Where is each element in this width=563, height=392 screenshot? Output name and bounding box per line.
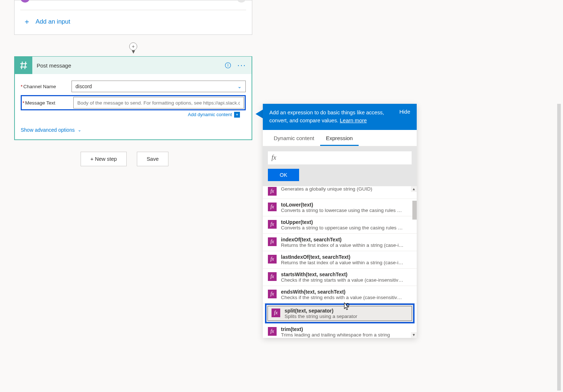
function-item[interactable]: fxlastIndexOf(text, searchText)Returns t…	[263, 251, 417, 269]
fx-badge-icon: fx	[272, 309, 280, 317]
chevron-down-icon: ⌄	[78, 127, 81, 132]
function-name: toUpper(text)	[281, 219, 412, 225]
function-name: toLower(text)	[281, 202, 412, 208]
add-dynamic-content-link[interactable]: Add dynamic content +	[21, 110, 246, 118]
function-item[interactable]: fxtoLower(text)Converts a string to lowe…	[263, 199, 417, 216]
learn-more-link[interactable]: Learn more	[340, 118, 367, 123]
channel-label: Channel Name	[23, 84, 56, 89]
function-description: Generates a globally unique string (GUID…	[281, 186, 404, 192]
function-item[interactable]: fxtoUpper(text)Converts a string to uppe…	[263, 216, 417, 234]
scrollbar-thumb[interactable]	[412, 201, 417, 220]
action-header[interactable]: Post message ···	[15, 57, 252, 74]
plus-badge-icon: +	[234, 112, 240, 118]
function-description: Checks if the string ends with a value (…	[281, 295, 404, 300]
expression-input-area: fx OK	[263, 146, 417, 186]
fx-badge-icon: fx	[268, 290, 277, 298]
ellipsis-icon[interactable]: ···	[237, 61, 246, 70]
field-channel-name: *Channel Name discord ⌄	[21, 81, 246, 92]
trigger-step-icon	[20, 0, 30, 3]
fx-badge-icon: fx	[268, 272, 277, 281]
function-item[interactable]: fxendsWith(text, searchText)Checks if th…	[263, 286, 417, 303]
fx-badge-icon: fx	[268, 237, 277, 246]
fx-badge-icon: fx	[268, 187, 277, 196]
expression-panel: Add an expression to do basic things lik…	[263, 104, 417, 338]
function-name: startsWith(text, searchText)	[281, 271, 412, 277]
scroll-down-button[interactable]: ▼	[411, 332, 417, 338]
function-name: trim(text)	[281, 326, 412, 332]
function-name: lastIndexOf(text, searchText)	[281, 254, 412, 260]
plus-icon: ＋	[23, 17, 30, 26]
function-item[interactable]: fxGenerates a globally unique string (GU…	[263, 186, 417, 199]
function-item[interactable]: fxstartsWith(text, searchText)Checks if …	[263, 269, 417, 286]
function-name: endsWith(text, searchText)	[281, 289, 412, 295]
page-scrollbar[interactable]	[557, 104, 561, 391]
expression-function-list[interactable]: fxGenerates a globally unique string (GU…	[263, 186, 417, 338]
callout-beak	[256, 110, 263, 118]
selected-function-frame: fxsplit(text, separator)Splits the strin…	[265, 303, 415, 323]
footer-buttons: + New step Save	[81, 152, 168, 166]
channel-value: discord	[76, 83, 92, 89]
fx-badge-icon: fx	[268, 220, 277, 229]
action-card-post-message: Post message ··· *Channel Name discord ⌄…	[14, 56, 252, 140]
slack-hash-icon	[15, 57, 32, 74]
fx-badge-icon: fx	[268, 203, 277, 211]
flow-connector: + ▾	[130, 42, 137, 53]
function-name: indexOf(text, searchText)	[281, 237, 412, 242]
function-description: Converts a string to lowercase using the…	[281, 208, 404, 213]
expression-panel-header: Add an expression to do basic things lik…	[263, 104, 417, 130]
new-step-button[interactable]: + New step	[81, 152, 127, 166]
show-advanced-toggle[interactable]: Show advanced options ⌄	[21, 127, 246, 133]
function-name: split(text, separator)	[285, 308, 408, 314]
expression-input[interactable]: fx	[268, 151, 412, 164]
arrow-down-icon: ▾	[132, 50, 135, 53]
save-button[interactable]: Save	[137, 152, 168, 166]
trigger-delete-icon[interactable]	[237, 0, 246, 3]
scroll-up-button[interactable]: ▲	[411, 186, 417, 192]
svg-point-2	[228, 64, 228, 64]
message-label: Message Text	[25, 100, 55, 106]
fx-badge-icon: fx	[268, 255, 277, 264]
hide-panel-button[interactable]: Hide	[399, 109, 410, 115]
action-title: Post message	[37, 62, 71, 69]
info-icon[interactable]	[223, 61, 233, 70]
function-item[interactable]: fxindexOf(text, searchText)Returns the f…	[263, 234, 417, 251]
function-item[interactable]: fxsplit(text, separator)Splits the strin…	[266, 305, 413, 322]
function-description: Checks if the string starts with a value…	[281, 277, 404, 283]
add-input-label: Add an input	[36, 18, 70, 25]
message-text-input[interactable]	[73, 97, 244, 109]
fx-badge-icon: fx	[268, 327, 277, 336]
function-item[interactable]: fxtrim(text)Trims leading and trailing w…	[263, 323, 417, 338]
function-description: Splits the string using a separator	[285, 314, 408, 319]
add-input-button[interactable]: ＋ Add an input	[15, 10, 252, 29]
channel-select[interactable]: discord ⌄	[72, 81, 246, 92]
trigger-partial-row	[15, 0, 252, 3]
chevron-down-icon: ⌄	[237, 83, 242, 89]
trigger-card: ＋ Add an input	[14, 0, 252, 35]
ok-button[interactable]: OK	[268, 169, 299, 181]
function-description: Returns the first index of a value withi…	[281, 242, 404, 248]
function-description: Converts a string to uppercase using the…	[281, 225, 404, 230]
fx-icon: fx	[272, 154, 276, 162]
tab-expression[interactable]: Expression	[320, 130, 359, 146]
function-description: Trims leading and trailing whitespace fr…	[281, 332, 404, 338]
function-description: Returns the last index of a value within…	[281, 260, 404, 265]
expression-tabs: Dynamic content Expression	[263, 130, 417, 146]
tab-dynamic-content[interactable]: Dynamic content	[268, 130, 320, 146]
field-message-highlight: *Message Text	[21, 95, 246, 110]
